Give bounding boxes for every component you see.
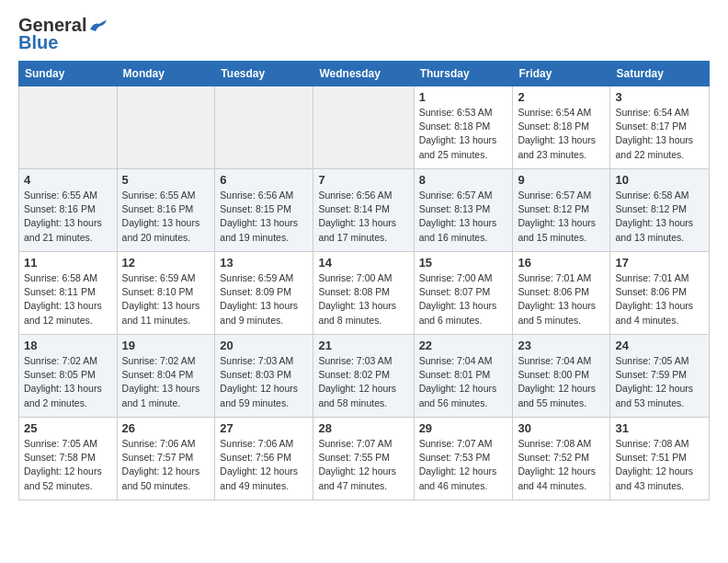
- day-info: Sunrise: 7:02 AM Sunset: 8:05 PM Dayligh…: [24, 354, 112, 410]
- day-cell: 26Sunrise: 7:06 AM Sunset: 7:57 PM Dayli…: [117, 418, 215, 500]
- day-cell: 30Sunrise: 7:08 AM Sunset: 7:52 PM Dayli…: [513, 418, 610, 500]
- day-info: Sunrise: 6:57 AM Sunset: 8:12 PM Dayligh…: [518, 189, 605, 245]
- day-info: Sunrise: 6:55 AM Sunset: 8:16 PM Dayligh…: [24, 189, 112, 245]
- header-cell-saturday: Saturday: [610, 62, 710, 86]
- day-number: 28: [318, 421, 408, 435]
- day-number: 29: [419, 421, 508, 435]
- day-cell: 6Sunrise: 6:56 AM Sunset: 8:15 PM Daylig…: [215, 169, 313, 252]
- day-number: 2: [518, 90, 605, 104]
- day-info: Sunrise: 7:00 AM Sunset: 8:08 PM Dayligh…: [318, 271, 408, 327]
- day-cell: 5Sunrise: 6:55 AM Sunset: 8:16 PM Daylig…: [117, 169, 215, 252]
- day-cell: 17Sunrise: 7:01 AM Sunset: 8:06 PM Dayli…: [610, 252, 710, 335]
- header-cell-friday: Friday: [513, 62, 610, 86]
- header-cell-wednesday: Wednesday: [313, 62, 414, 86]
- calendar-table: SundayMondayTuesdayWednesdayThursdayFrid…: [18, 61, 710, 500]
- header-cell-monday: Monday: [117, 62, 215, 86]
- day-info: Sunrise: 7:07 AM Sunset: 7:53 PM Dayligh…: [419, 437, 508, 493]
- day-cell: [117, 86, 215, 169]
- day-info: Sunrise: 7:02 AM Sunset: 8:04 PM Dayligh…: [122, 354, 210, 410]
- day-cell: 20Sunrise: 7:03 AM Sunset: 8:03 PM Dayli…: [215, 335, 313, 418]
- day-info: Sunrise: 7:06 AM Sunset: 7:56 PM Dayligh…: [220, 437, 308, 493]
- calendar-header: SundayMondayTuesdayWednesdayThursdayFrid…: [19, 62, 710, 86]
- day-cell: 12Sunrise: 6:59 AM Sunset: 8:10 PM Dayli…: [117, 252, 215, 335]
- day-info: Sunrise: 6:59 AM Sunset: 8:10 PM Dayligh…: [122, 271, 210, 327]
- day-number: 24: [615, 339, 704, 352]
- day-info: Sunrise: 7:05 AM Sunset: 7:58 PM Dayligh…: [24, 437, 112, 493]
- day-number: 17: [615, 256, 704, 270]
- day-cell: 8Sunrise: 6:57 AM Sunset: 8:13 PM Daylig…: [414, 169, 513, 252]
- day-number: 7: [318, 173, 408, 187]
- day-cell: 15Sunrise: 7:00 AM Sunset: 8:07 PM Dayli…: [414, 252, 513, 335]
- day-cell: 16Sunrise: 7:01 AM Sunset: 8:06 PM Dayli…: [513, 252, 610, 335]
- day-number: 30: [518, 421, 605, 435]
- day-number: 3: [615, 90, 704, 104]
- day-number: 18: [24, 339, 112, 352]
- day-number: 11: [24, 256, 112, 270]
- day-number: 31: [615, 421, 704, 435]
- week-row-4: 18Sunrise: 7:02 AM Sunset: 8:05 PM Dayli…: [19, 335, 710, 418]
- day-cell: 19Sunrise: 7:02 AM Sunset: 8:04 PM Dayli…: [117, 335, 215, 418]
- day-cell: 14Sunrise: 7:00 AM Sunset: 8:08 PM Dayli…: [313, 252, 414, 335]
- header-cell-thursday: Thursday: [414, 62, 513, 86]
- day-number: 15: [419, 256, 508, 270]
- week-row-3: 11Sunrise: 6:58 AM Sunset: 8:11 PM Dayli…: [19, 252, 710, 335]
- day-number: 5: [122, 173, 210, 187]
- day-number: 14: [318, 256, 408, 270]
- day-cell: 24Sunrise: 7:05 AM Sunset: 7:59 PM Dayli…: [610, 335, 710, 418]
- header-row: SundayMondayTuesdayWednesdayThursdayFrid…: [19, 62, 710, 86]
- day-cell: 10Sunrise: 6:58 AM Sunset: 8:12 PM Dayli…: [610, 169, 710, 252]
- day-info: Sunrise: 6:57 AM Sunset: 8:13 PM Dayligh…: [419, 189, 508, 245]
- calendar-body: 1Sunrise: 6:53 AM Sunset: 8:18 PM Daylig…: [19, 86, 710, 500]
- day-cell: 29Sunrise: 7:07 AM Sunset: 7:53 PM Dayli…: [414, 418, 513, 500]
- day-cell: 11Sunrise: 6:58 AM Sunset: 8:11 PM Dayli…: [19, 252, 118, 335]
- day-cell: [215, 86, 313, 169]
- day-number: 22: [419, 339, 508, 352]
- day-number: 4: [24, 173, 112, 187]
- day-number: 9: [518, 173, 605, 187]
- day-info: Sunrise: 6:56 AM Sunset: 8:14 PM Dayligh…: [318, 189, 408, 245]
- day-info: Sunrise: 7:08 AM Sunset: 7:52 PM Dayligh…: [518, 437, 605, 493]
- day-info: Sunrise: 7:01 AM Sunset: 8:06 PM Dayligh…: [615, 271, 704, 327]
- day-number: 23: [518, 339, 605, 352]
- header-cell-tuesday: Tuesday: [215, 62, 313, 86]
- day-number: 20: [220, 339, 308, 352]
- day-cell: 23Sunrise: 7:04 AM Sunset: 8:00 PM Dayli…: [513, 335, 610, 418]
- day-info: Sunrise: 7:08 AM Sunset: 7:51 PM Dayligh…: [615, 437, 704, 493]
- day-cell: 1Sunrise: 6:53 AM Sunset: 8:18 PM Daylig…: [414, 86, 513, 169]
- day-number: 10: [615, 173, 704, 187]
- day-cell: 25Sunrise: 7:05 AM Sunset: 7:58 PM Dayli…: [19, 418, 118, 500]
- day-info: Sunrise: 7:04 AM Sunset: 8:00 PM Dayligh…: [518, 354, 605, 410]
- day-cell: [313, 86, 414, 169]
- day-cell: 22Sunrise: 7:04 AM Sunset: 8:01 PM Dayli…: [414, 335, 513, 418]
- day-info: Sunrise: 7:04 AM Sunset: 8:01 PM Dayligh…: [419, 354, 508, 410]
- day-number: 27: [220, 421, 308, 435]
- page-header: General Blue: [18, 15, 710, 53]
- day-info: Sunrise: 6:55 AM Sunset: 8:16 PM Dayligh…: [122, 189, 210, 245]
- week-row-2: 4Sunrise: 6:55 AM Sunset: 8:16 PM Daylig…: [19, 169, 710, 252]
- day-info: Sunrise: 6:53 AM Sunset: 8:18 PM Dayligh…: [419, 106, 508, 162]
- day-cell: 13Sunrise: 6:59 AM Sunset: 8:09 PM Dayli…: [215, 252, 313, 335]
- week-row-1: 1Sunrise: 6:53 AM Sunset: 8:18 PM Daylig…: [19, 86, 710, 169]
- day-cell: [19, 86, 118, 169]
- day-number: 21: [318, 339, 408, 352]
- day-info: Sunrise: 7:01 AM Sunset: 8:06 PM Dayligh…: [518, 271, 605, 327]
- logo: General Blue: [18, 15, 108, 53]
- day-cell: 18Sunrise: 7:02 AM Sunset: 8:05 PM Dayli…: [19, 335, 118, 418]
- day-number: 16: [518, 256, 605, 270]
- day-cell: 31Sunrise: 7:08 AM Sunset: 7:51 PM Dayli…: [610, 418, 710, 500]
- day-number: 12: [122, 256, 210, 270]
- day-info: Sunrise: 7:07 AM Sunset: 7:55 PM Dayligh…: [318, 437, 408, 493]
- logo-blue: Blue: [18, 32, 58, 53]
- day-number: 6: [220, 173, 308, 187]
- day-info: Sunrise: 6:58 AM Sunset: 8:12 PM Dayligh…: [615, 189, 704, 245]
- day-number: 26: [122, 421, 210, 435]
- day-number: 25: [24, 421, 112, 435]
- day-info: Sunrise: 6:56 AM Sunset: 8:15 PM Dayligh…: [220, 189, 308, 245]
- day-info: Sunrise: 7:00 AM Sunset: 8:07 PM Dayligh…: [419, 271, 508, 327]
- day-number: 13: [220, 256, 308, 270]
- day-info: Sunrise: 6:59 AM Sunset: 8:09 PM Dayligh…: [220, 271, 308, 327]
- day-cell: 9Sunrise: 6:57 AM Sunset: 8:12 PM Daylig…: [513, 169, 610, 252]
- day-info: Sunrise: 7:06 AM Sunset: 7:57 PM Dayligh…: [122, 437, 210, 493]
- day-number: 19: [122, 339, 210, 352]
- day-cell: 4Sunrise: 6:55 AM Sunset: 8:16 PM Daylig…: [19, 169, 118, 252]
